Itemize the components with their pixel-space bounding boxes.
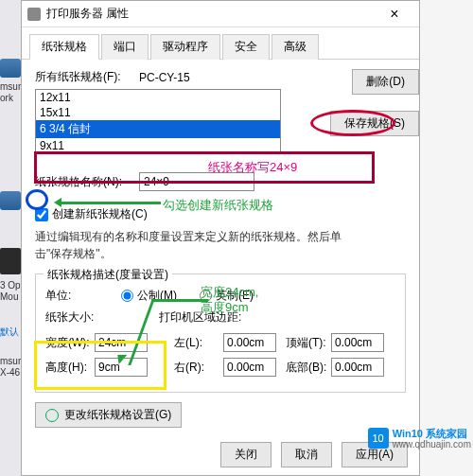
tab-bar: 纸张规格 端口 驱动程序 安全 高级: [22, 27, 419, 60]
margin-right-input[interactable]: [223, 358, 276, 377]
properties-dialog: 打印服务器 属性 × 纸张规格 端口 驱动程序 安全 高级 所有纸张规格(F):…: [21, 0, 420, 476]
gear-icon: [45, 409, 59, 422]
margin-top-input[interactable]: [331, 333, 384, 352]
device-icon: [0, 248, 21, 274]
size-header: 纸张大小:: [45, 309, 159, 326]
tab-security[interactable]: 安全: [222, 34, 270, 60]
printer-icon: [0, 59, 21, 78]
annotation-arrow: [57, 202, 161, 204]
tab-drivers[interactable]: 驱动程序: [150, 34, 220, 60]
group-title: 纸张规格描述(度量设置): [44, 267, 172, 283]
description-text: 通过编辑现有的名称和度量设置来定义新的纸张规格。然后单 击"保存规格"。: [35, 228, 406, 262]
titlebar: 打印服务器 属性 ×: [22, 1, 419, 27]
cancel-button[interactable]: 取消: [281, 442, 332, 467]
delete-button[interactable]: 删除(D): [352, 69, 419, 95]
create-new-label: 创建新纸张规格(C): [52, 206, 148, 222]
tab-ports[interactable]: 端口: [101, 34, 149, 60]
bg-text: msun: [0, 356, 23, 366]
printer-server-icon: [27, 8, 41, 21]
tab-paper-format[interactable]: 纸张规格: [29, 34, 99, 60]
close-dialog-button[interactable]: 关闭: [220, 442, 272, 467]
bg-text: msun: [0, 81, 23, 92]
formats-listbox[interactable]: 12x11 15x11 6 3/4 信封 9x11: [35, 89, 281, 153]
server-name: PC-CY-15: [139, 71, 190, 84]
format-name-label: 纸张规格名称(N):: [35, 174, 139, 190]
margin-left-input[interactable]: [223, 333, 276, 352]
desc-line: 击"保存规格"。: [35, 247, 112, 260]
bg-text: 默认: [0, 326, 19, 339]
radio-metric-input[interactable]: [121, 290, 133, 302]
radio-label: 英制(E): [216, 288, 254, 304]
tab-advanced[interactable]: 高级: [272, 34, 319, 60]
top-label: 顶端(T):: [286, 335, 331, 351]
watermark-logo: 10: [368, 428, 389, 449]
bg-text: Mou: [0, 291, 18, 302]
all-formats-label: 所有纸张规格(F):: [35, 69, 139, 85]
printer-icon: [0, 191, 21, 210]
bg-text: ork: [0, 93, 13, 103]
watermark-url: www.qdhuajin.com: [393, 439, 471, 450]
watermark-brand: Win10 系统家园: [393, 428, 471, 439]
width-label: 宽度(W):: [45, 335, 95, 351]
bg-text: X-46: [0, 367, 20, 378]
bg-text: 3 Op: [0, 280, 21, 291]
desc-line: 通过编辑现有的名称和度量设置来定义新的纸张规格。然后单: [35, 230, 342, 243]
button-label: 更改纸张规格设置(G): [64, 407, 171, 423]
window-title: 打印服务器 属性: [46, 6, 376, 22]
measurement-group: 纸张规格描述(度量设置) 单位: 公制(M) 英制(E) 纸张大小: 打印机区域…: [35, 273, 406, 393]
change-format-button[interactable]: 更改纸张规格设置(G): [35, 402, 182, 428]
watermark: 10 Win10 系统家园 www.qdhuajin.com: [368, 428, 471, 450]
create-new-checkbox[interactable]: [35, 208, 48, 221]
list-item[interactable]: 12x11: [36, 90, 280, 105]
bottom-label: 底部(B):: [286, 360, 331, 376]
list-item-selected[interactable]: 6 3/4 信封: [36, 120, 280, 138]
list-item[interactable]: 9x11: [36, 138, 280, 153]
close-button[interactable]: ×: [376, 3, 413, 26]
format-name-input[interactable]: [139, 172, 254, 191]
margin-bottom-input[interactable]: [331, 358, 384, 377]
list-item[interactable]: 15x11: [36, 105, 280, 120]
height-label: 高度(H):: [45, 360, 95, 376]
unit-label: 单位:: [45, 288, 83, 304]
save-format-button[interactable]: 保存规格(S): [330, 111, 419, 136]
